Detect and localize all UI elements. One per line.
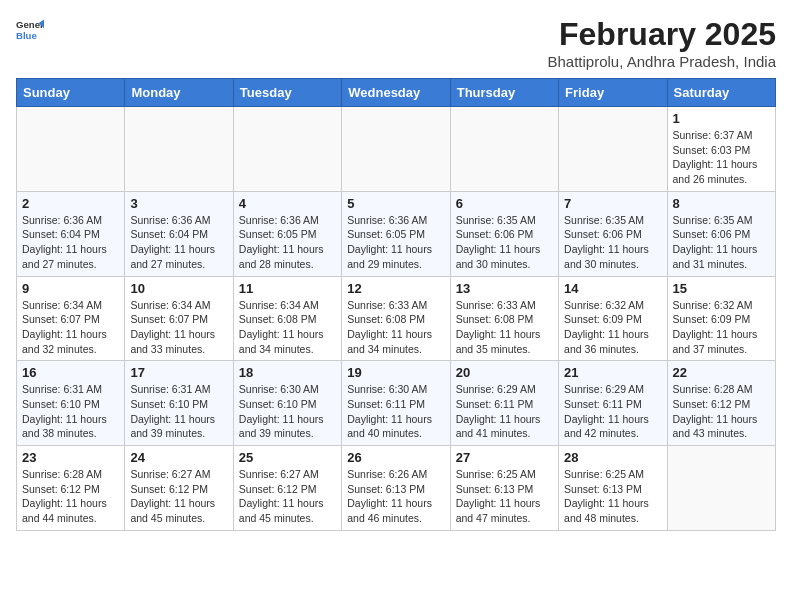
day-number: 19: [347, 365, 444, 380]
calendar-cell: 25Sunrise: 6:27 AM Sunset: 6:12 PM Dayli…: [233, 446, 341, 531]
day-info: Sunrise: 6:32 AM Sunset: 6:09 PM Dayligh…: [673, 298, 770, 357]
calendar-cell: 14Sunrise: 6:32 AM Sunset: 6:09 PM Dayli…: [559, 276, 667, 361]
calendar-cell: 8Sunrise: 6:35 AM Sunset: 6:06 PM Daylig…: [667, 191, 775, 276]
title-block: February 2025 Bhattiprolu, Andhra Prades…: [548, 16, 777, 70]
calendar-cell: 12Sunrise: 6:33 AM Sunset: 6:08 PM Dayli…: [342, 276, 450, 361]
calendar-cell: 23Sunrise: 6:28 AM Sunset: 6:12 PM Dayli…: [17, 446, 125, 531]
weekday-header-saturday: Saturday: [667, 79, 775, 107]
day-number: 25: [239, 450, 336, 465]
calendar-cell: 4Sunrise: 6:36 AM Sunset: 6:05 PM Daylig…: [233, 191, 341, 276]
calendar-cell: 19Sunrise: 6:30 AM Sunset: 6:11 PM Dayli…: [342, 361, 450, 446]
day-info: Sunrise: 6:25 AM Sunset: 6:13 PM Dayligh…: [564, 467, 661, 526]
day-info: Sunrise: 6:28 AM Sunset: 6:12 PM Dayligh…: [673, 382, 770, 441]
day-number: 27: [456, 450, 553, 465]
calendar-cell: 22Sunrise: 6:28 AM Sunset: 6:12 PM Dayli…: [667, 361, 775, 446]
day-info: Sunrise: 6:35 AM Sunset: 6:06 PM Dayligh…: [456, 213, 553, 272]
calendar-week-row: 16Sunrise: 6:31 AM Sunset: 6:10 PM Dayli…: [17, 361, 776, 446]
calendar-cell: 15Sunrise: 6:32 AM Sunset: 6:09 PM Dayli…: [667, 276, 775, 361]
calendar-week-row: 1Sunrise: 6:37 AM Sunset: 6:03 PM Daylig…: [17, 107, 776, 192]
day-number: 7: [564, 196, 661, 211]
day-info: Sunrise: 6:35 AM Sunset: 6:06 PM Dayligh…: [564, 213, 661, 272]
calendar-cell: 28Sunrise: 6:25 AM Sunset: 6:13 PM Dayli…: [559, 446, 667, 531]
day-info: Sunrise: 6:28 AM Sunset: 6:12 PM Dayligh…: [22, 467, 119, 526]
day-info: Sunrise: 6:29 AM Sunset: 6:11 PM Dayligh…: [456, 382, 553, 441]
day-number: 2: [22, 196, 119, 211]
day-info: Sunrise: 6:36 AM Sunset: 6:04 PM Dayligh…: [22, 213, 119, 272]
day-number: 13: [456, 281, 553, 296]
calendar-cell: 9Sunrise: 6:34 AM Sunset: 6:07 PM Daylig…: [17, 276, 125, 361]
day-info: Sunrise: 6:37 AM Sunset: 6:03 PM Dayligh…: [673, 128, 770, 187]
day-info: Sunrise: 6:25 AM Sunset: 6:13 PM Dayligh…: [456, 467, 553, 526]
day-number: 9: [22, 281, 119, 296]
day-info: Sunrise: 6:34 AM Sunset: 6:07 PM Dayligh…: [130, 298, 227, 357]
day-number: 24: [130, 450, 227, 465]
calendar-cell: 13Sunrise: 6:33 AM Sunset: 6:08 PM Dayli…: [450, 276, 558, 361]
day-info: Sunrise: 6:36 AM Sunset: 6:05 PM Dayligh…: [239, 213, 336, 272]
month-year-title: February 2025: [548, 16, 777, 53]
logo-icon: General Blue: [16, 16, 44, 44]
location-subtitle: Bhattiprolu, Andhra Pradesh, India: [548, 53, 777, 70]
day-number: 18: [239, 365, 336, 380]
day-number: 11: [239, 281, 336, 296]
calendar-week-row: 23Sunrise: 6:28 AM Sunset: 6:12 PM Dayli…: [17, 446, 776, 531]
day-number: 22: [673, 365, 770, 380]
day-number: 28: [564, 450, 661, 465]
day-number: 15: [673, 281, 770, 296]
weekday-header-monday: Monday: [125, 79, 233, 107]
day-number: 20: [456, 365, 553, 380]
day-number: 10: [130, 281, 227, 296]
svg-text:Blue: Blue: [16, 30, 37, 41]
day-number: 17: [130, 365, 227, 380]
day-number: 21: [564, 365, 661, 380]
day-info: Sunrise: 6:33 AM Sunset: 6:08 PM Dayligh…: [347, 298, 444, 357]
weekday-header-wednesday: Wednesday: [342, 79, 450, 107]
day-info: Sunrise: 6:29 AM Sunset: 6:11 PM Dayligh…: [564, 382, 661, 441]
calendar-cell: 2Sunrise: 6:36 AM Sunset: 6:04 PM Daylig…: [17, 191, 125, 276]
day-number: 3: [130, 196, 227, 211]
day-number: 5: [347, 196, 444, 211]
day-info: Sunrise: 6:34 AM Sunset: 6:07 PM Dayligh…: [22, 298, 119, 357]
day-info: Sunrise: 6:26 AM Sunset: 6:13 PM Dayligh…: [347, 467, 444, 526]
day-info: Sunrise: 6:31 AM Sunset: 6:10 PM Dayligh…: [130, 382, 227, 441]
day-number: 23: [22, 450, 119, 465]
day-info: Sunrise: 6:31 AM Sunset: 6:10 PM Dayligh…: [22, 382, 119, 441]
day-info: Sunrise: 6:34 AM Sunset: 6:08 PM Dayligh…: [239, 298, 336, 357]
calendar-cell: 24Sunrise: 6:27 AM Sunset: 6:12 PM Dayli…: [125, 446, 233, 531]
day-number: 12: [347, 281, 444, 296]
day-number: 26: [347, 450, 444, 465]
day-info: Sunrise: 6:33 AM Sunset: 6:08 PM Dayligh…: [456, 298, 553, 357]
calendar-cell: 6Sunrise: 6:35 AM Sunset: 6:06 PM Daylig…: [450, 191, 558, 276]
calendar-cell: 27Sunrise: 6:25 AM Sunset: 6:13 PM Dayli…: [450, 446, 558, 531]
calendar-cell: [667, 446, 775, 531]
calendar-cell: 20Sunrise: 6:29 AM Sunset: 6:11 PM Dayli…: [450, 361, 558, 446]
weekday-header-thursday: Thursday: [450, 79, 558, 107]
day-info: Sunrise: 6:27 AM Sunset: 6:12 PM Dayligh…: [130, 467, 227, 526]
svg-text:General: General: [16, 19, 44, 30]
weekday-header-friday: Friday: [559, 79, 667, 107]
calendar-week-row: 9Sunrise: 6:34 AM Sunset: 6:07 PM Daylig…: [17, 276, 776, 361]
day-number: 4: [239, 196, 336, 211]
calendar-cell: [233, 107, 341, 192]
calendar-cell: [17, 107, 125, 192]
calendar-cell: 16Sunrise: 6:31 AM Sunset: 6:10 PM Dayli…: [17, 361, 125, 446]
calendar-table: SundayMondayTuesdayWednesdayThursdayFrid…: [16, 78, 776, 531]
calendar-cell: 7Sunrise: 6:35 AM Sunset: 6:06 PM Daylig…: [559, 191, 667, 276]
calendar-cell: 18Sunrise: 6:30 AM Sunset: 6:10 PM Dayli…: [233, 361, 341, 446]
calendar-cell: 3Sunrise: 6:36 AM Sunset: 6:04 PM Daylig…: [125, 191, 233, 276]
calendar-cell: [342, 107, 450, 192]
calendar-cell: 5Sunrise: 6:36 AM Sunset: 6:05 PM Daylig…: [342, 191, 450, 276]
weekday-header-tuesday: Tuesday: [233, 79, 341, 107]
day-number: 1: [673, 111, 770, 126]
day-info: Sunrise: 6:36 AM Sunset: 6:05 PM Dayligh…: [347, 213, 444, 272]
calendar-week-row: 2Sunrise: 6:36 AM Sunset: 6:04 PM Daylig…: [17, 191, 776, 276]
calendar-cell: 21Sunrise: 6:29 AM Sunset: 6:11 PM Dayli…: [559, 361, 667, 446]
day-info: Sunrise: 6:32 AM Sunset: 6:09 PM Dayligh…: [564, 298, 661, 357]
day-info: Sunrise: 6:27 AM Sunset: 6:12 PM Dayligh…: [239, 467, 336, 526]
calendar-cell: [559, 107, 667, 192]
calendar-cell: 26Sunrise: 6:26 AM Sunset: 6:13 PM Dayli…: [342, 446, 450, 531]
day-number: 16: [22, 365, 119, 380]
day-info: Sunrise: 6:30 AM Sunset: 6:11 PM Dayligh…: [347, 382, 444, 441]
calendar-cell: 17Sunrise: 6:31 AM Sunset: 6:10 PM Dayli…: [125, 361, 233, 446]
calendar-cell: 1Sunrise: 6:37 AM Sunset: 6:03 PM Daylig…: [667, 107, 775, 192]
calendar-cell: 11Sunrise: 6:34 AM Sunset: 6:08 PM Dayli…: [233, 276, 341, 361]
